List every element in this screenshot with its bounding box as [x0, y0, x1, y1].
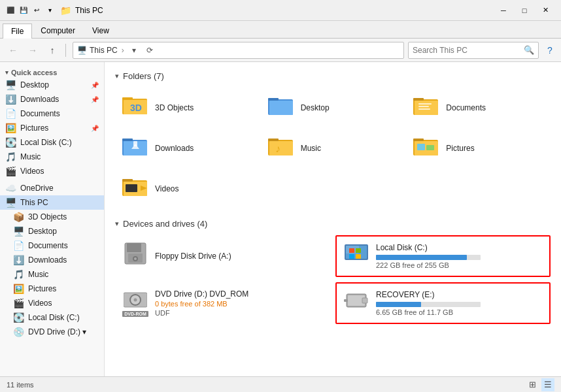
folder-docs-label: Documents — [446, 103, 486, 112]
sidebar-item-3dobjects[interactable]: 📦 3D Objects — [0, 210, 104, 224]
window-controls[interactable]: ─ □ ✕ — [493, 0, 556, 21]
svg-rect-20 — [268, 139, 279, 141]
forward-button[interactable]: → — [24, 41, 42, 59]
sidebar-item-pictures2[interactable]: 🖼️ Pictures — [0, 282, 104, 296]
device-item-dvd[interactable]: DVD-ROM DVD Drive (D:) DVD_ROM 0 bytes f… — [115, 282, 330, 324]
svg-text:3D: 3D — [130, 103, 142, 113]
device-item-localc[interactable]: Local Disk (C:) 222 GB free of 255 GB — [335, 235, 551, 277]
address-bar[interactable]: 🖥️ This PC › ▾ ⟳ — [73, 42, 404, 59]
sidebar-item-desktop[interactable]: 🖥️ Desktop 📌 — [0, 78, 104, 92]
svg-rect-31 — [126, 184, 137, 192]
sidebar-item-downloads2[interactable]: ⬇️ Downloads — [0, 253, 104, 267]
sidebar-item-label: This PC — [20, 198, 99, 207]
statusbar-view-controls[interactable]: ⊞ ☰ — [526, 378, 554, 391]
sidebar-item-label: OneDrive — [20, 184, 99, 193]
dropdown-icon[interactable]: ▾ — [44, 5, 55, 16]
sidebar-item-localdisk2[interactable]: 💽 Local Disk (C:) — [0, 310, 104, 325]
svg-rect-44 — [356, 254, 361, 259]
help-button[interactable]: ? — [543, 43, 557, 57]
up-button[interactable]: ↑ — [43, 41, 61, 59]
recovery-bar — [376, 302, 421, 307]
maximize-button[interactable]: □ — [514, 0, 535, 21]
quick-access-section[interactable]: ▾ Quick access — [0, 65, 104, 78]
titlebar-text: This PC — [75, 6, 103, 15]
sidebar-item-dvd[interactable]: 💿 DVD Drive (D:) ▾ — [0, 325, 104, 339]
localc-icon — [343, 242, 369, 270]
pictures2-icon: 🖼️ — [13, 284, 24, 294]
floppy-icon — [122, 242, 148, 270]
address-dropdown[interactable]: ▾ — [127, 43, 141, 57]
desktop2-icon: 🖥️ — [13, 226, 24, 237]
folder-3d-label: 3D Objects — [155, 103, 194, 112]
downloads2-icon: ⬇️ — [13, 255, 24, 265]
folders-section-header[interactable]: ▾ Folders (7) — [115, 71, 551, 81]
folder-item-videos[interactable]: Videos — [115, 169, 260, 208]
sidebar-item-music2[interactable]: 🎵 Music — [0, 267, 104, 282]
videos-icon: 🎬 — [5, 166, 16, 176]
folder-item-pictures[interactable]: Pictures — [406, 129, 551, 168]
localc-bar-container — [376, 255, 481, 260]
sidebar-item-label: Local Disk (C:) — [28, 313, 99, 322]
sidebar-item-videos[interactable]: 🎬 Videos — [0, 164, 104, 178]
sidebar-item-label: Desktop — [28, 227, 99, 236]
folder-docs-icon — [413, 94, 439, 122]
toolbar: ← → ↑ 🖥️ This PC › ▾ ⟳ 🔍 ? — [0, 39, 561, 62]
address-thispc: This PC — [90, 46, 118, 55]
sidebar-item-downloads[interactable]: ⬇️ Downloads 📌 — [0, 92, 104, 106]
folder-item-downloads[interactable]: Downloads — [115, 129, 260, 168]
sidebar-item-label: Downloads — [20, 95, 87, 104]
svg-rect-34 — [127, 243, 141, 252]
address-refresh[interactable]: ⟳ — [143, 43, 157, 57]
svg-point-48 — [134, 298, 137, 301]
sidebar-item-localdisk[interactable]: 💽 Local Disk (C:) — [0, 135, 104, 150]
sidebar-item-label: Desktop — [20, 80, 87, 90]
folder-item-documents[interactable]: Documents — [406, 88, 551, 127]
sidebar-item-documents2[interactable]: 📄 Documents — [0, 238, 104, 253]
documents-icon: 📄 — [5, 108, 16, 119]
device-item-recovery[interactable]: RECOVERY (E:) 6.65 GB free of 11.7 GB — [335, 282, 551, 324]
tab-view[interactable]: View — [84, 23, 118, 38]
3dobjects-icon: 📦 — [13, 212, 24, 222]
recovery-bar-container — [376, 302, 481, 307]
dvd-icon: DVD-ROM — [122, 290, 148, 317]
toolbar-separator-1 — [65, 44, 66, 57]
folder-item-music[interactable]: ♪ Music — [261, 129, 405, 168]
folder-desktop-label: Desktop — [301, 103, 330, 112]
search-box[interactable]: 🔍 — [408, 42, 539, 59]
tab-file[interactable]: File — [3, 24, 32, 39]
folder-downloads-label: Downloads — [155, 144, 194, 153]
disk2-icon: 💽 — [13, 312, 24, 323]
svg-rect-52 — [344, 299, 348, 302]
sidebar-item-label: Videos — [28, 299, 99, 308]
folder-item-3dobjects[interactable]: 3D 3D Objects — [115, 88, 260, 127]
minimize-button[interactable]: ─ — [493, 0, 514, 21]
videos2-icon: 🎬 — [13, 298, 24, 308]
svg-rect-41 — [349, 248, 354, 253]
localc-info: Local Disk (C:) 222 GB free of 255 GB — [376, 243, 481, 269]
devices-section-label: Devices and drives (4) — [123, 219, 207, 229]
sidebar-item-desktop2[interactable]: 🖥️ Desktop — [0, 224, 104, 238]
sidebar-item-documents[interactable]: 📄 Documents — [0, 106, 104, 121]
tab-computer[interactable]: Computer — [32, 23, 84, 38]
sidebar-item-pictures[interactable]: 🖼️ Pictures 📌 — [0, 121, 104, 135]
sidebar-item-music[interactable]: 🎵 Music — [0, 150, 104, 164]
view-tiles-button[interactable]: ⊞ — [526, 378, 539, 391]
desktop-icon: 🖥️ — [5, 80, 16, 90]
sidebar-item-videos2[interactable]: 🎬 Videos — [0, 296, 104, 310]
address-separator: › — [122, 46, 124, 55]
recovery-info: RECOVERY (E:) 6.65 GB free of 11.7 GB — [376, 290, 481, 316]
sidebar-item-thispc[interactable]: 🖥️ This PC — [0, 195, 104, 210]
search-input[interactable] — [413, 46, 524, 55]
recovery-details: 6.65 GB free of 11.7 GB — [376, 308, 481, 316]
folder-item-desktop[interactable]: Desktop — [261, 88, 405, 127]
devices-section-header[interactable]: ▾ Devices and drives (4) — [115, 219, 551, 229]
close-button[interactable]: ✕ — [535, 0, 556, 21]
svg-rect-11 — [418, 103, 432, 105]
device-item-floppy[interactable]: Floppy Disk Drive (A:) — [115, 235, 330, 277]
music2-icon: 🎵 — [13, 269, 24, 280]
sidebar-item-onedrive[interactable]: ☁️ OneDrive — [0, 181, 104, 195]
dvd-details1: 0 bytes free of 382 MB — [155, 300, 248, 308]
back-button[interactable]: ← — [4, 41, 22, 59]
thispc-icon: 🖥️ — [5, 197, 16, 208]
view-details-button[interactable]: ☰ — [541, 378, 554, 391]
